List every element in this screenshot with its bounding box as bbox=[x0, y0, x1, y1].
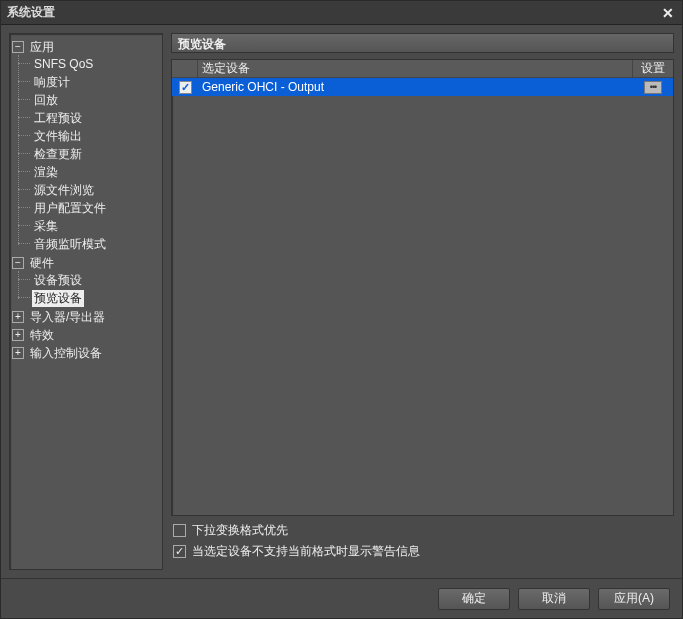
settings-tree: − 应用 SNFS QoS 响度计 回放 工程预设 文件输出 检查更新 渲染 源… bbox=[12, 38, 160, 362]
device-checkbox-cell: ✓ bbox=[172, 81, 198, 94]
option-pulldown-priority[interactable]: 下拉变换格式优先 bbox=[173, 522, 672, 539]
dialog-title: 系统设置 bbox=[7, 4, 660, 21]
tree-row-importer[interactable]: + 导入器/导出器 bbox=[12, 309, 160, 325]
collapse-icon[interactable]: − bbox=[12, 257, 24, 269]
tree-panel: − 应用 SNFS QoS 响度计 回放 工程预设 文件输出 检查更新 渲染 源… bbox=[9, 33, 163, 570]
device-header: 选定设备 设置 bbox=[172, 60, 673, 78]
tree-item-device-preset[interactable]: 设备预设 bbox=[32, 272, 160, 288]
tree-label-hardware: 硬件 bbox=[28, 255, 56, 272]
tree-item-file-output[interactable]: 文件输出 bbox=[32, 128, 160, 144]
tree-row-effects[interactable]: + 特效 bbox=[12, 327, 160, 343]
device-row[interactable]: ✓ Generic OHCI - Output ••• bbox=[172, 78, 673, 96]
tree-item-audio-monitor[interactable]: 音频监听模式 bbox=[32, 236, 160, 252]
close-icon[interactable]: ✕ bbox=[660, 5, 676, 21]
device-settings-button[interactable]: ••• bbox=[644, 81, 662, 94]
tree-children-app: SNFS QoS 响度计 回放 工程预设 文件输出 检查更新 渲染 源文件浏览 … bbox=[12, 55, 160, 253]
tree-node-hardware: − 硬件 设备预设 预览设备 bbox=[12, 254, 160, 308]
apply-button[interactable]: 应用(A) bbox=[598, 588, 670, 610]
ellipsis-icon: ••• bbox=[650, 82, 656, 92]
tree-row-app[interactable]: − 应用 bbox=[12, 39, 160, 55]
titlebar: 系统设置 ✕ bbox=[1, 1, 682, 25]
tree-row-hardware[interactable]: − 硬件 bbox=[12, 255, 160, 271]
checkbox-pulldown[interactable] bbox=[173, 524, 186, 537]
tree-label-app: 应用 bbox=[28, 39, 56, 56]
tree-item-capture[interactable]: 采集 bbox=[32, 218, 160, 234]
label-warn: 当选定设备不支持当前格式时显示警告信息 bbox=[192, 543, 420, 560]
tree-item-project-preset[interactable]: 工程预设 bbox=[32, 110, 160, 126]
tree-children-hardware: 设备预设 预览设备 bbox=[12, 271, 160, 307]
tree-node-effects: + 特效 bbox=[12, 326, 160, 344]
tree-node-importer: + 导入器/导出器 bbox=[12, 308, 160, 326]
system-settings-dialog: 系统设置 ✕ − 应用 SNFS QoS 响度计 回放 工程预设 文件输出 检 bbox=[0, 0, 683, 619]
label-pulldown: 下拉变换格式优先 bbox=[192, 522, 288, 539]
collapse-icon[interactable]: − bbox=[12, 41, 24, 53]
tree-item-snfs-qos[interactable]: SNFS QoS bbox=[32, 56, 160, 72]
panel-title: 预览设备 bbox=[171, 33, 674, 53]
tree-label-effects: 特效 bbox=[28, 327, 56, 344]
tree-item-playback[interactable]: 回放 bbox=[32, 92, 160, 108]
tree-node-input: + 输入控制设备 bbox=[12, 344, 160, 362]
bottom-options: 下拉变换格式优先 ✓ 当选定设备不支持当前格式时显示警告信息 bbox=[171, 516, 674, 570]
header-selected-device: 选定设备 bbox=[198, 60, 633, 77]
tree-item-preview-device[interactable]: 预览设备 bbox=[32, 290, 160, 306]
tree-item-user-profile[interactable]: 用户配置文件 bbox=[32, 200, 160, 216]
dialog-body: − 应用 SNFS QoS 响度计 回放 工程预设 文件输出 检查更新 渲染 源… bbox=[1, 25, 682, 578]
tree-item-check-update[interactable]: 检查更新 bbox=[32, 146, 160, 162]
device-settings-cell: ••• bbox=[633, 81, 673, 94]
header-settings: 设置 bbox=[633, 60, 673, 77]
expand-icon[interactable]: + bbox=[12, 329, 24, 341]
device-list-box: 选定设备 设置 ✓ Generic OHCI - Output ••• bbox=[171, 59, 674, 516]
tree-item-render[interactable]: 渲染 bbox=[32, 164, 160, 180]
tree-label-input: 输入控制设备 bbox=[28, 345, 104, 362]
expand-icon[interactable]: + bbox=[12, 347, 24, 359]
device-name: Generic OHCI - Output bbox=[198, 80, 633, 94]
cancel-button[interactable]: 取消 bbox=[518, 588, 590, 610]
tree-row-input[interactable]: + 输入控制设备 bbox=[12, 345, 160, 361]
right-panel: 预览设备 选定设备 设置 ✓ Generic OHCI - Output ••• bbox=[171, 33, 674, 570]
expand-icon[interactable]: + bbox=[12, 311, 24, 323]
device-checkbox[interactable]: ✓ bbox=[179, 81, 192, 94]
tree-item-source-browse[interactable]: 源文件浏览 bbox=[32, 182, 160, 198]
tree-label-importer: 导入器/导出器 bbox=[28, 309, 107, 326]
dialog-footer: 确定 取消 应用(A) bbox=[1, 578, 682, 618]
ok-button[interactable]: 确定 bbox=[438, 588, 510, 610]
checkbox-warn[interactable]: ✓ bbox=[173, 545, 186, 558]
tree-item-loudness[interactable]: 响度计 bbox=[32, 74, 160, 90]
header-check-col bbox=[172, 60, 198, 77]
option-warn-unsupported[interactable]: ✓ 当选定设备不支持当前格式时显示警告信息 bbox=[173, 543, 672, 560]
tree-node-app: − 应用 SNFS QoS 响度计 回放 工程预设 文件输出 检查更新 渲染 源… bbox=[12, 38, 160, 254]
